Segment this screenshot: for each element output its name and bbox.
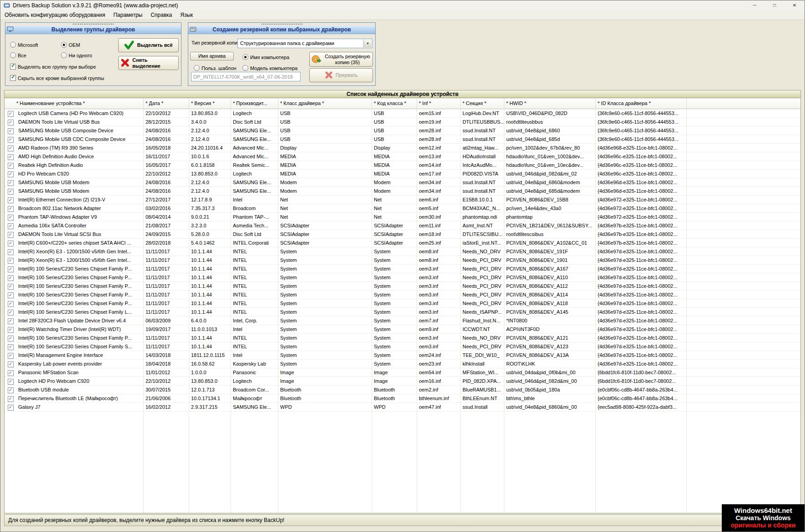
table-row[interactable]: ✓Intel(R) 100 Series/C230 Series Chipset…: [5, 299, 800, 308]
row-checkbox[interactable]: ✓: [5, 178, 16, 187]
row-checkbox[interactable]: ✓: [5, 187, 16, 196]
table-row[interactable]: ✓Galaxy J716/02/20122.9.317.215SAMSUNG E…: [5, 403, 800, 412]
row-checkbox[interactable]: ✓: [5, 368, 16, 377]
row-checkbox[interactable]: ✓: [5, 334, 16, 342]
radio-computer-model[interactable]: Модель компьютера: [242, 65, 297, 71]
table-row[interactable]: ✓Intel(R) 100 Series/C230 Series Chipset…: [5, 334, 800, 342]
table-row[interactable]: ✓Logitech USB Camera (HD Pro Webcam C920…: [5, 109, 800, 118]
table-row[interactable]: ✓AMD High Definition Audio Device16/11/2…: [5, 152, 800, 161]
table-row[interactable]: ✓Asmedia 106x SATA Controller21/08/20173…: [5, 221, 800, 230]
column-header-8[interactable]: * Секция *: [461, 98, 504, 109]
table-row[interactable]: ✓Intel(R) Ethernet Connection (2) I219-V…: [5, 196, 800, 204]
radio-computer-name[interactable]: Имя компьютера: [242, 54, 289, 60]
backup-type-select[interactable]: Структурированная папка с драйверами ▼: [237, 39, 372, 48]
table-row[interactable]: ✓Bluetooth USB module30/07/201512.0.1.71…: [5, 386, 800, 394]
row-checkbox[interactable]: ✓: [5, 135, 16, 144]
close-button[interactable]: ✕: [785, 0, 805, 10]
table-row[interactable]: ✓Intel(R) 100 Series/C230 Series Chipset…: [5, 342, 800, 351]
archive-name-tab[interactable]: Имя архива: [190, 52, 234, 60]
row-checkbox[interactable]: ✓: [5, 230, 16, 239]
row-checkbox[interactable]: ✓: [5, 360, 16, 368]
row-checkbox[interactable]: ✓: [5, 308, 16, 316]
table-row[interactable]: ✓Intel(R) Xeon(R) E3 - 1200/1500 v5/6th …: [5, 247, 800, 256]
row-checkbox[interactable]: ✓: [5, 265, 16, 273]
checkbox-select-whole-group[interactable]: Выделять всю группу при выборе: [10, 64, 96, 70]
row-checkbox[interactable]: ✓: [5, 152, 16, 161]
radio-none[interactable]: Ни одного: [61, 52, 92, 58]
row-checkbox[interactable]: ✓: [5, 239, 16, 247]
select-all-button[interactable]: Выделить всё: [118, 38, 179, 52]
column-header-5[interactable]: * Класс драйвера *: [278, 98, 372, 109]
row-checkbox[interactable]: ✓: [5, 316, 16, 325]
column-header-6[interactable]: * Код класса *: [372, 98, 417, 109]
row-checkbox[interactable]: ✓: [5, 273, 16, 282]
table-row[interactable]: ✓Intel(R) 100 Series/C230 Series Chipset…: [5, 273, 800, 282]
table-row[interactable]: ✓Intel(R) 100 Series/C230 Series Chipset…: [5, 308, 800, 316]
table-row[interactable]: ✓Logitech HD Pro Webcam C92022/10/201213…: [5, 377, 800, 386]
row-checkbox[interactable]: ✓: [5, 118, 16, 126]
column-header-9[interactable]: * HWID *: [504, 98, 596, 109]
table-row[interactable]: ✓DAEMON Tools Lite Virtual SCSI Bus24/09…: [5, 230, 800, 239]
table-row[interactable]: ✓Panasonic MFStation Scan11/01/20121.0.0…: [5, 368, 800, 377]
table-row[interactable]: ✓Intel(R) Watchdog Timer Driver (Intel(R…: [5, 325, 800, 334]
checkbox-hide-all-except-selected[interactable]: Скрыть все кроме выбранной группы: [10, 75, 104, 81]
row-checkbox[interactable]: ✓: [5, 282, 16, 291]
table-row[interactable]: ✓Перечислитель Bluetooth LE (Майкрософт)…: [5, 394, 800, 403]
table-row[interactable]: ✓SAMSUNG Mobile USB CDC Composite Device…: [5, 135, 800, 144]
maximize-button[interactable]: □: [765, 0, 785, 10]
table-row[interactable]: ✓Intel(R) C600+/C220+ series chipset SAT…: [5, 239, 800, 247]
table-row[interactable]: ✓Intel(R) 100 Series/C230 Series Chipset…: [5, 265, 800, 273]
menu-item-refresh-hardware-config[interactable]: Обновить конфигурацию оборудования: [0, 11, 109, 19]
row-checkbox[interactable]: ✓: [5, 291, 16, 299]
row-checkbox[interactable]: ✓: [5, 325, 16, 334]
menu-item-help[interactable]: Справка: [146, 11, 176, 19]
row-checkbox[interactable]: ✓: [5, 403, 16, 412]
row-checkbox[interactable]: ✓: [5, 126, 16, 135]
table-row[interactable]: ✓Intel(R) Xeon(R) E3 - 1200/1500 v5/6th …: [5, 256, 800, 265]
row-checkbox[interactable]: ✓: [5, 342, 16, 351]
radio-user-template[interactable]: Польз. шаблон: [194, 65, 236, 71]
row-checkbox[interactable]: ✓: [5, 204, 16, 213]
row-checkbox[interactable]: ✓: [5, 221, 16, 230]
column-header-4[interactable]: * Производит...: [231, 98, 278, 109]
table-row[interactable]: ✓HD Pro Webcam C92022/10/201213.80.853.0…: [5, 170, 800, 178]
table-row[interactable]: ✓Intel(R) Management Engine Interface14/…: [5, 351, 800, 360]
titlebar[interactable]: Drivers Backup Solution v.3.9.21 @Romeo9…: [0, 0, 805, 10]
column-header-2[interactable]: * Дата *: [144, 98, 189, 109]
radio-all[interactable]: Все: [10, 52, 26, 58]
table-row[interactable]: ✓SAMSUNG Mobile USB Modem24/08/20162.12.…: [5, 187, 800, 196]
table-row[interactable]: ✓Intel 28F320C3 Flash Update Device Driv…: [5, 316, 800, 325]
table-row[interactable]: ✓Intel(R) 100 Series/C230 Series Chipset…: [5, 282, 800, 291]
minimize-button[interactable]: ─: [745, 0, 765, 10]
table-row[interactable]: ✓Phantom TAP-Windows Adapter V908/04/201…: [5, 213, 800, 221]
row-checkbox[interactable]: ✓: [5, 394, 16, 403]
table-row[interactable]: ✓SAMSUNG Mobile USB Composite Device24/0…: [5, 126, 800, 135]
column-header-7[interactable]: * Inf *: [417, 98, 461, 109]
row-checkbox[interactable]: ✓: [5, 377, 16, 386]
menu-item-parameters[interactable]: Параметры: [109, 11, 146, 19]
row-checkbox[interactable]: ✓: [5, 213, 16, 221]
deselect-button[interactable]: Снять выделение: [118, 56, 179, 70]
create-backup-button[interactable]: Создать резервную копию (35): [309, 52, 373, 67]
row-checkbox[interactable]: ✓: [5, 351, 16, 360]
table-row[interactable]: ✓DAEMON Tools Lite Virtual USB Bus28/12/…: [5, 118, 800, 126]
table-row[interactable]: ✓SAMSUNG Mobile USB Modem24/08/20162.12.…: [5, 178, 800, 187]
row-checkbox[interactable]: ✓: [5, 256, 16, 265]
row-checkbox[interactable]: ✓: [5, 196, 16, 204]
table-row[interactable]: ✓Broadcom 802.11ac Network Adapter03/02/…: [5, 204, 800, 213]
row-checkbox[interactable]: ✓: [5, 109, 16, 118]
radio-oem[interactable]: OEM: [61, 42, 80, 48]
column-header-10[interactable]: * ID Класса драйвера *: [596, 98, 687, 109]
row-checkbox[interactable]: ✓: [5, 161, 16, 170]
row-checkbox[interactable]: ✓: [5, 170, 16, 178]
column-header-1[interactable]: * Наименование устройства *: [5, 98, 144, 109]
table-row[interactable]: ✓Kaspersky Lab power events provider18/0…: [5, 360, 800, 368]
radio-microsoft[interactable]: Microsoft: [10, 42, 38, 48]
table-row[interactable]: ✓Intel(R) 100 Series/C230 Series Chipset…: [5, 291, 800, 299]
column-header-3[interactable]: * Версия *: [189, 98, 231, 109]
table-row[interactable]: ✓Realtek High Definition Audio16/05/2017…: [5, 161, 800, 170]
menu-item-language[interactable]: Язык: [176, 11, 197, 19]
row-checkbox[interactable]: ✓: [5, 386, 16, 394]
abort-button[interactable]: Прервать: [309, 68, 373, 82]
row-checkbox[interactable]: ✓: [5, 299, 16, 308]
